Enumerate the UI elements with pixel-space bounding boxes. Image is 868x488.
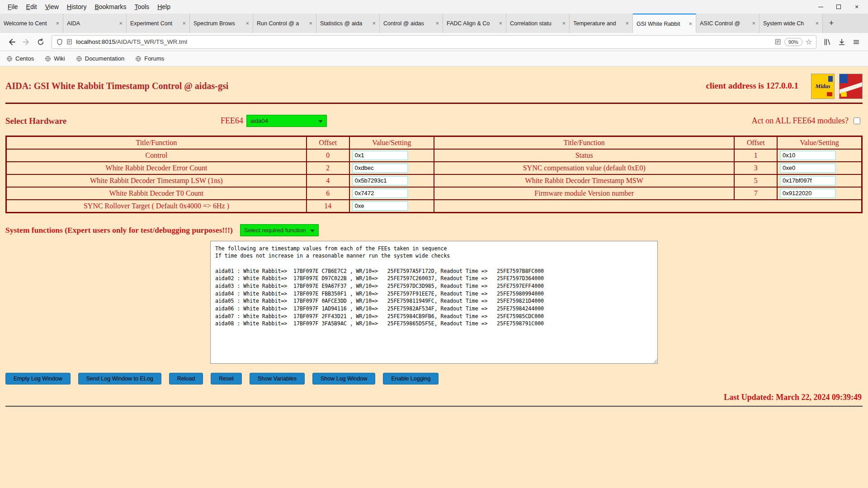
tab-aida[interactable]: AIDA × (63, 14, 127, 33)
tab-label: Welcome to Cent (4, 20, 54, 27)
menu-view[interactable]: View (41, 1, 63, 12)
bookmark-forums[interactable]: Forums (135, 55, 164, 62)
tab-close-icon[interactable]: × (309, 20, 312, 27)
value-input-wr-error-count[interactable] (352, 163, 408, 173)
tab-correlation-status[interactable]: Correlation statu × (506, 14, 570, 33)
tab-close-icon[interactable]: × (815, 20, 819, 27)
zoom-level-indicator[interactable]: 90% (784, 38, 802, 46)
reset-button[interactable]: Reset (211, 373, 242, 385)
app-menu-icon[interactable] (849, 35, 863, 49)
tab-close-icon[interactable]: × (245, 20, 249, 27)
column-header: Offset (734, 136, 777, 149)
empty-log-button[interactable]: Empty Log Window (5, 373, 71, 385)
tab-close-icon[interactable]: × (182, 20, 186, 27)
back-button[interactable] (5, 35, 19, 49)
minimize-button[interactable] (813, 1, 828, 13)
log-window[interactable]: The following are timestamp values from … (210, 241, 658, 364)
page-content: AIDA: GSI White Rabbit Timestamp Control… (0, 66, 868, 488)
enable-logging-button[interactable]: Enable Logging (383, 373, 439, 385)
globe-icon (6, 56, 13, 62)
tab-statistics[interactable]: Statistics @ aida × (316, 14, 380, 33)
globe-icon (45, 56, 51, 62)
value-input-status[interactable] (780, 150, 836, 160)
midas-logo-accent (828, 76, 833, 82)
value-input-timestamp-msw[interactable] (780, 176, 836, 186)
header-divider (5, 103, 863, 104)
tab-experiment-control[interactable]: Experiment Cont × (127, 14, 190, 33)
client-address: client address is 127.0.0.1 (706, 74, 798, 91)
bookmark-star-icon[interactable]: ☆ (806, 38, 812, 46)
menu-history[interactable]: History (63, 1, 91, 12)
table-row: Control 0 Status 1 (6, 149, 862, 162)
tab-label: ASIC Control @ (700, 20, 750, 27)
table-row: White Rabbit Decoder Error Count 2 SYNC … (6, 162, 862, 174)
menu-tools[interactable]: Tools (130, 1, 153, 12)
tab-close-icon[interactable]: × (562, 20, 566, 27)
value-input-timestamp-lsw[interactable] (352, 176, 408, 186)
library-icon[interactable] (820, 35, 835, 49)
maximize-icon (836, 5, 841, 9)
row-offset: 0 (307, 149, 349, 162)
tab-system-wide-checks[interactable]: System wide Ch × (760, 14, 823, 33)
tab-close-icon[interactable]: × (435, 20, 439, 27)
reader-mode-icon[interactable] (774, 38, 781, 45)
site-identity-icon[interactable] (66, 38, 73, 45)
tab-close-icon[interactable]: × (56, 20, 59, 27)
tab-label: Run Control @ a (257, 20, 307, 27)
bookmark-wiki[interactable]: Wiki (45, 55, 65, 62)
tab-gsi-white-rabbit[interactable]: GSI White Rabbit × (633, 14, 696, 33)
show-log-window-button[interactable]: Show Log Window (312, 373, 376, 385)
column-header: Title/Function (6, 136, 307, 149)
value-input-sync-compensation[interactable] (780, 163, 836, 173)
menu-bookmarks[interactable]: Bookmarks (90, 1, 130, 12)
system-function-select[interactable]: Select required function (240, 224, 319, 236)
value-input-t0-count[interactable] (352, 188, 408, 198)
tab-welcome[interactable]: Welcome to Cent × (0, 14, 63, 33)
tab-close-icon[interactable]: × (625, 20, 629, 27)
reload-button[interactable] (33, 35, 48, 49)
tab-close-icon[interactable]: × (752, 20, 755, 27)
tab-close-icon[interactable]: × (119, 20, 123, 27)
act-all-checkbox[interactable] (854, 117, 860, 124)
url-host: localhost:8015 (76, 38, 115, 45)
tab-temperature[interactable]: Temperature and × (570, 14, 633, 33)
table-row: White Rabbit Decoder T0 Count 6 Firmware… (6, 187, 862, 200)
footer-divider (5, 406, 863, 407)
address-bar[interactable]: localhost:8015/AIDA/TS_WR/TS_WR.tml 90% … (52, 35, 816, 49)
send-elog-button[interactable]: Send Log Window to ELog (78, 373, 161, 385)
tab-spectrum-browser[interactable]: Spectrum Brows × (190, 14, 253, 33)
menu-file[interactable]: File (4, 1, 22, 12)
row-title: White Rabbit Decoder Timestamp MSW (434, 174, 734, 187)
value-input-control[interactable] (352, 150, 408, 160)
tab-close-icon[interactable]: × (372, 20, 376, 27)
bookmark-centos[interactable]: Centos (6, 55, 34, 62)
globe-icon (76, 56, 82, 62)
tab-fadc-align[interactable]: FADC Align & Co × (443, 14, 506, 33)
tab-control[interactable]: Control @ aidas × (380, 14, 443, 33)
row-title: Status (434, 149, 734, 162)
downloads-icon[interactable] (835, 35, 849, 49)
maximize-button[interactable] (831, 1, 846, 13)
tab-run-control[interactable]: Run Control @ a × (253, 14, 316, 33)
act-all-label: Act on ALL FEE64 modules? (752, 116, 849, 126)
forward-button[interactable] (19, 35, 33, 49)
value-input-sync-rollover[interactable] (352, 201, 408, 211)
fee64-select[interactable]: aida04 (246, 115, 327, 127)
bookmark-documentation[interactable]: Documentation (76, 55, 124, 62)
system-function-selected-value: Select required function (244, 227, 306, 234)
experiment-logo (839, 74, 863, 99)
page-title: AIDA: GSI White Rabbit Timestamp Control… (5, 74, 228, 91)
menu-edit[interactable]: Edit (22, 1, 41, 12)
show-variables-button[interactable]: Show Variables (250, 373, 305, 385)
bookmark-label: Documentation (85, 55, 124, 62)
tracking-protection-shield-icon[interactable] (56, 38, 63, 46)
tab-asic-control[interactable]: ASIC Control @ × (696, 14, 760, 33)
close-button[interactable]: × (849, 1, 864, 13)
menu-help[interactable]: Help (153, 1, 175, 12)
value-input-firmware-version[interactable] (780, 188, 836, 198)
fee64-label: FEE64 (221, 116, 243, 126)
reload-page-button[interactable]: Reload (169, 373, 203, 385)
tab-close-icon[interactable]: × (499, 20, 502, 27)
tab-close-icon[interactable]: × (689, 20, 692, 27)
new-tab-button[interactable]: + (823, 14, 840, 33)
